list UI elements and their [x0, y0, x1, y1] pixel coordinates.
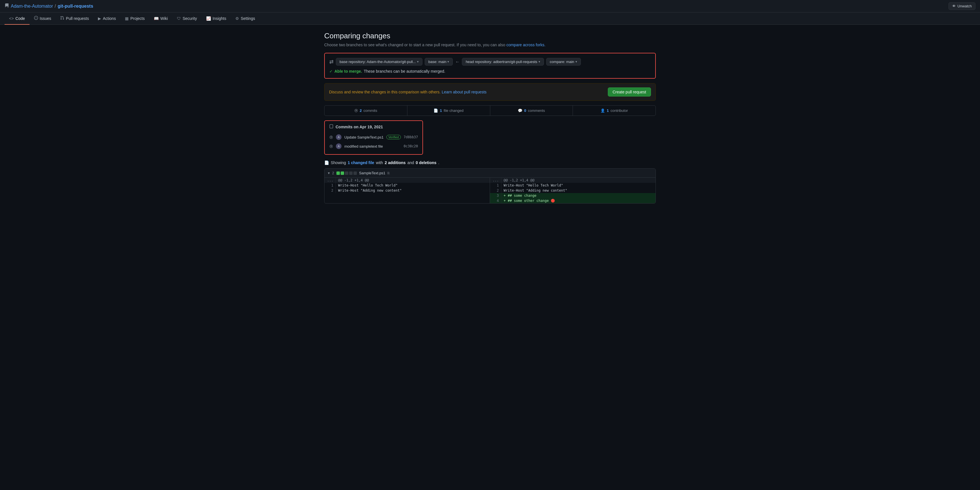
diff-dots-row-right: ... @@ -1,2 +1,4 @@: [490, 178, 655, 183]
repo-name[interactable]: git-pull-requests: [57, 4, 93, 9]
projects-icon: ▦: [125, 16, 129, 21]
commit-message-0[interactable]: Update SampleText.ps1: [344, 135, 383, 139]
repo-icon: [5, 3, 9, 9]
commits-stat[interactable]: ⦿ 2 commits: [325, 106, 407, 116]
showing-text: Showing: [331, 161, 346, 165]
diff-neutral-square: [349, 172, 353, 175]
calendar-icon: [329, 124, 333, 129]
avatar: A: [336, 143, 342, 149]
diff-right-line-1: 1 Write-Host "Hello Tech World": [490, 183, 655, 188]
tab-settings[interactable]: ⚙ Settings: [231, 13, 260, 25]
tab-actions[interactable]: ▶ Actions: [94, 13, 120, 25]
tab-wiki[interactable]: 📖 Wiki: [150, 13, 172, 25]
comments-stat[interactable]: 💬 0 comments: [490, 106, 573, 116]
diff-filename[interactable]: SampleText.ps1: [359, 171, 385, 175]
stats-row: ⦿ 2 commits 📄 1 file changed 💬 0 comment…: [324, 105, 656, 116]
commit-row-0: ⦿ A Update SampleText.ps1 Verified 7d8bb…: [329, 132, 418, 142]
compare-forks-link[interactable]: compare across forks.: [506, 43, 546, 47]
diff-file-stats: [336, 172, 357, 175]
repo-title: Adam-the-Automator / git-pull-requests: [5, 3, 93, 9]
actions-icon: ▶: [98, 16, 101, 21]
file-diff-icon: 📄: [324, 161, 329, 165]
diff-left-side: ... @@ -1,2 +1,4 @@ 1 Write-Host "Hello …: [325, 178, 490, 203]
eye-icon: 👁: [952, 4, 956, 8]
diff-left-line-2: 2 Write-Host "Adding new content": [325, 188, 490, 193]
page-title: Comparing changes: [324, 32, 656, 40]
diff-right-side: ... @@ -1,2 +1,4 @@ 1 Write-Host "Hello …: [490, 178, 655, 203]
check-icon: ✓: [329, 69, 333, 73]
tab-pull-requests[interactable]: Pull requests: [56, 13, 94, 25]
base-repo-select[interactable]: base repository: Adam-the-Automator/git-…: [336, 58, 422, 65]
pr-icon: [60, 16, 64, 21]
commits-box: Commits on Apr 19, 2021 ⦿ A Update Sampl…: [324, 120, 423, 155]
diff-left-line-1: 1 Write-Host "Hello Tech World": [325, 183, 490, 188]
compare-branch-select[interactable]: compare: main ▾: [546, 58, 581, 65]
commits-icon: ⦿: [354, 108, 358, 113]
diff-right-line-4: 4 + ## some other change 🔴: [490, 198, 655, 203]
copy-icon[interactable]: ⎘: [388, 171, 390, 175]
page-subtitle: Choose two branches to see what's change…: [324, 43, 656, 47]
contributor-icon: 👤: [600, 108, 605, 113]
files-label: file changed: [444, 108, 464, 113]
compare-arrows-icon: ⇄: [329, 59, 334, 65]
commits-label: commits: [363, 108, 377, 113]
commit-dot-icon: ⦿: [329, 144, 333, 148]
contributors-count: 1: [607, 108, 609, 113]
merge-able-text: Able to merge.: [334, 69, 362, 73]
create-pr-button[interactable]: Create pull request: [608, 88, 651, 97]
diff-add-square: [336, 172, 340, 175]
tab-projects[interactable]: ▦ Projects: [120, 13, 150, 25]
repo-owner[interactable]: Adam-the-Automator: [11, 4, 53, 9]
tab-insights[interactable]: 📈 Insights: [202, 13, 231, 25]
diff-collapse-num: 2: [332, 171, 334, 175]
base-branch-select[interactable]: base: main ▾: [425, 58, 453, 65]
wiki-icon: 📖: [154, 16, 159, 21]
arrow-right-icon: ←: [455, 59, 460, 64]
showing-line: 📄 Showing 1 changed file with 2 addition…: [324, 161, 656, 165]
commit-sha-0[interactable]: 7d8bb37: [404, 135, 418, 139]
unwatch-button[interactable]: 👁 Unwatch: [948, 2, 975, 10]
settings-icon: ⚙: [235, 16, 239, 21]
collapse-icon[interactable]: ▾: [328, 171, 330, 175]
learn-pr-link[interactable]: Learn about pull requests: [442, 90, 487, 94]
chevron-down-icon: ▾: [447, 60, 449, 64]
tab-code[interactable]: <> Code: [5, 13, 30, 25]
chevron-down-icon: ▾: [576, 60, 577, 64]
additions-text: 2 additions: [385, 161, 406, 165]
files-stat[interactable]: 📄 1 file changed: [407, 106, 490, 116]
diff-add-square: [340, 172, 344, 175]
verified-badge: Verified: [387, 135, 401, 139]
commit-dot-icon: ⦿: [329, 135, 333, 139]
discussion-banner: Discuss and review the changes in this c…: [324, 83, 656, 101]
commits-date: Commits on Apr 19, 2021: [336, 125, 383, 129]
discussion-text-container: Discuss and review the changes in this c…: [329, 90, 487, 94]
diff-container: ▾ 2 SampleText.ps1 ⎘ ... @@ -1,2 +1,4 @@: [324, 169, 656, 204]
commits-count: 2: [360, 108, 362, 113]
files-count: 1: [440, 108, 442, 113]
tab-security[interactable]: 🛡 Security: [172, 13, 202, 25]
head-repo-select[interactable]: head repository: adbertram/git-pull-requ…: [462, 58, 544, 65]
tab-issues[interactable]: Issues: [30, 13, 56, 25]
comment-icon: 💬: [518, 108, 522, 113]
diff-dots-row-left: ... @@ -1,2 +1,4 @@: [325, 178, 490, 183]
commit-sha-1[interactable]: 0c38c20: [404, 144, 418, 148]
compare-box: ⇄ base repository: Adam-the-Automator/gi…: [324, 53, 656, 79]
diff-split: ... @@ -1,2 +1,4 @@ 1 Write-Host "Hello …: [325, 178, 655, 203]
code-icon: <>: [9, 16, 14, 21]
compare-selectors: ⇄ base repository: Adam-the-Automator/gi…: [329, 58, 651, 65]
insights-icon: 📈: [206, 16, 211, 21]
diff-right-line-2: 2 Write-Host "Adding new content": [490, 188, 655, 193]
contributors-label: contributor: [611, 108, 628, 113]
diff-neutral-square: [345, 172, 348, 175]
file-icon: 📄: [433, 108, 438, 113]
diff-right-line-3: 3 + ## some change: [490, 193, 655, 198]
comments-label: comments: [528, 108, 545, 113]
changed-file-link[interactable]: 1 changed file: [348, 161, 374, 165]
security-icon: 🛡: [177, 16, 181, 21]
discussion-text: Discuss and review the changes in this c…: [329, 90, 441, 94]
deletions-text: 0 deletions: [415, 161, 436, 165]
comments-count: 0: [524, 108, 526, 113]
merge-description: These branches can be automatically merg…: [364, 69, 445, 73]
contributors-stat[interactable]: 👤 1 contributor: [573, 106, 655, 116]
commit-message-1[interactable]: modified sampletext file: [344, 144, 383, 148]
